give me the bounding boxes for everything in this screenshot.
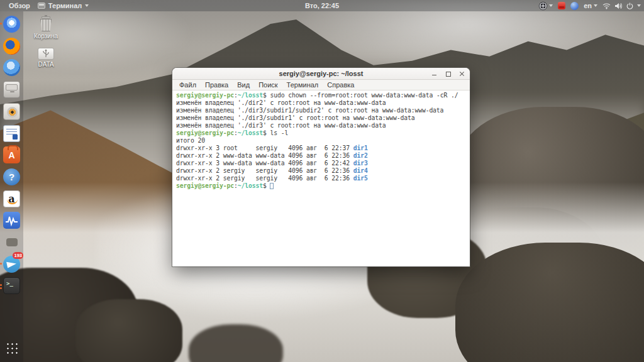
terminal-line: изменён владелец './dir3' с root:root на… bbox=[176, 122, 470, 129]
terminal-window: sergiy@sergiy-pc: ~/losst Файл Правка Ви… bbox=[172, 68, 470, 266]
desktop-icon-label: DATA bbox=[26, 61, 65, 68]
terminal-line: drwxr-xr-x 2 sergiy sergiy 4096 авг 6 22… bbox=[176, 167, 470, 175]
dock-item-libreoffice-writer[interactable] bbox=[3, 124, 21, 143]
speaker-icon bbox=[3, 103, 20, 120]
terminal-line: sergiy@sergiy-pc:~/losst$ ls -l bbox=[176, 129, 470, 137]
terminal-line: изменён владелец './dir2' с root:root на… bbox=[176, 99, 470, 107]
terminal-glyph: >_ bbox=[6, 280, 13, 287]
dock-item-amazon[interactable]: a bbox=[3, 190, 21, 208]
wifi-icon bbox=[602, 3, 611, 9]
app-indicator-icon bbox=[539, 2, 547, 10]
chevron-down-icon bbox=[637, 4, 641, 7]
focused-app-label: Терминал bbox=[48, 2, 82, 9]
minimize-button[interactable] bbox=[431, 71, 437, 77]
amazon-letter: a bbox=[8, 193, 14, 205]
trash-icon bbox=[40, 16, 52, 31]
terminal-line: drwxr-xr-x 3 root sergiy 4096 авг 6 22:3… bbox=[176, 145, 470, 152]
app-indicator-button[interactable] bbox=[539, 2, 553, 10]
running-indicator bbox=[0, 284, 2, 286]
file-cabinet-icon bbox=[3, 81, 20, 98]
activities-button[interactable]: Обзор bbox=[9, 2, 30, 9]
dock-item-rhythmbox[interactable] bbox=[3, 102, 21, 121]
dock-item-ubuntu-software[interactable]: A bbox=[3, 146, 21, 164]
help-glyph: ? bbox=[9, 172, 14, 182]
dock-item-system-monitor[interactable] bbox=[3, 211, 21, 229]
notification-badge: 193 bbox=[13, 252, 23, 259]
firefox-icon bbox=[3, 38, 20, 55]
menu-edit[interactable]: Правка bbox=[201, 81, 233, 89]
power-icon bbox=[626, 3, 633, 9]
menu-view[interactable]: Вид bbox=[233, 81, 254, 89]
dock-item-firefox[interactable] bbox=[3, 37, 21, 55]
show-applications-button[interactable] bbox=[3, 339, 21, 357]
amazon-icon: a bbox=[3, 190, 20, 207]
terminal-prompt-icon: >_ bbox=[3, 277, 20, 294]
terminal-line: изменён владелец './dir3/subdir1/subdir2… bbox=[176, 107, 470, 114]
dock-item-thunderbird[interactable] bbox=[3, 58, 21, 77]
running-indicator bbox=[0, 287, 2, 289]
keyboard-layout-button[interactable]: en bbox=[584, 2, 597, 9]
terminal-line: изменён владелец './dir3/subdir1' с root… bbox=[176, 114, 470, 122]
focused-app-menu[interactable]: Терминал bbox=[38, 2, 89, 9]
dock-item-chromium[interactable] bbox=[3, 15, 21, 33]
waveform-icon bbox=[3, 212, 20, 229]
dock-item-help[interactable]: ? bbox=[3, 168, 21, 186]
chevron-down-icon bbox=[594, 4, 597, 7]
terminal-output[interactable]: sergiy@sergiy-pc:~/losst$ sudo chown --f… bbox=[172, 90, 470, 266]
chevron-down-icon bbox=[85, 4, 89, 7]
desktop-icon-data-drive[interactable]: DATA bbox=[26, 48, 65, 68]
chromium-icon bbox=[3, 16, 20, 33]
document-icon bbox=[3, 125, 20, 142]
menu-help[interactable]: Справка bbox=[323, 81, 358, 89]
menu-terminal[interactable]: Терминал bbox=[282, 81, 323, 89]
usb-drive-icon bbox=[38, 48, 54, 60]
keyboard-layout-label: en bbox=[584, 2, 592, 9]
terminal-line: sergiy@sergiy-pc:~/losst$ sudo chown --f… bbox=[176, 92, 470, 99]
terminal-line: sergiy@sergiy-pc:~/losst$ bbox=[176, 182, 470, 190]
terminal-window-icon bbox=[38, 3, 45, 9]
running-indicator bbox=[0, 263, 2, 265]
menu-search[interactable]: Поиск bbox=[254, 81, 282, 89]
question-mark-icon: ? bbox=[3, 168, 20, 185]
dock-item-telegram[interactable]: 193 bbox=[3, 255, 21, 273]
terminal-line: итого 20 bbox=[176, 137, 470, 145]
volume-icon bbox=[614, 3, 623, 9]
terminal-line: drwxr-xr-x 3 www-data www-data 4096 авг … bbox=[176, 160, 470, 167]
menu-bar: Файл Правка Вид Поиск Терминал Справка bbox=[172, 80, 470, 90]
close-button[interactable] bbox=[459, 71, 465, 77]
top-bar: Обзор Терминал Вто, 22:45 en bbox=[0, 0, 644, 11]
running-indicator bbox=[0, 23, 2, 25]
terminal-line: drwxr-xr-x 2 sergiy sergiy 4096 авг 6 22… bbox=[176, 175, 470, 182]
dock-item-small-app[interactable] bbox=[3, 233, 21, 251]
dock-item-files[interactable] bbox=[3, 80, 21, 99]
menu-file[interactable]: Файл bbox=[175, 81, 201, 89]
window-titlebar[interactable]: sergiy@sergiy-pc: ~/losst bbox=[172, 68, 470, 80]
blue-app-indicator-icon[interactable] bbox=[570, 2, 579, 10]
chevron-down-icon bbox=[549, 4, 553, 7]
thunderbird-icon bbox=[3, 59, 20, 76]
software-bag-icon: A bbox=[3, 146, 20, 163]
terminal-line: drwxr-xr-x 2 www-data www-data 4096 авг … bbox=[176, 152, 470, 160]
desktop-icon-trash[interactable]: Корзина bbox=[26, 16, 65, 40]
dock: A ? a 193 >_ bbox=[0, 11, 23, 362]
red-app-indicator-icon[interactable] bbox=[558, 2, 565, 9]
system-menu-button[interactable] bbox=[602, 3, 641, 9]
window-title: sergiy@sergiy-pc: ~/losst bbox=[279, 70, 364, 77]
desktop-icon-label: Корзина bbox=[26, 33, 65, 40]
small-app-icon bbox=[6, 238, 18, 246]
wallpaper-rock bbox=[75, 299, 182, 362]
software-letter: A bbox=[8, 150, 14, 160]
maximize-button[interactable] bbox=[445, 71, 451, 77]
clock-button[interactable]: Вто, 22:45 bbox=[305, 2, 339, 9]
dock-item-terminal[interactable]: >_ bbox=[3, 277, 21, 295]
wallpaper-rock bbox=[455, 243, 644, 362]
apps-grid-icon bbox=[6, 342, 18, 354]
desktop-icons: Корзина DATA bbox=[26, 16, 65, 76]
